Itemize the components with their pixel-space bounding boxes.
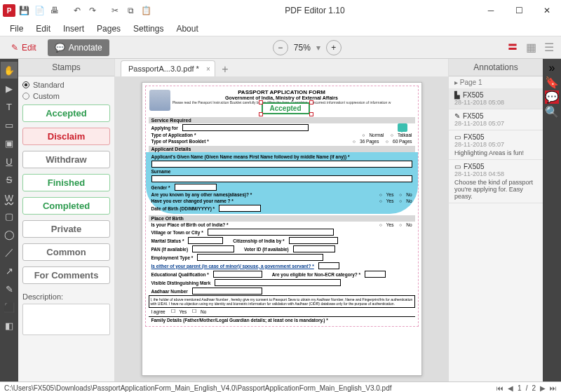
annotation-item[interactable]: ✎FX505 28-11-2018 05:07 xyxy=(449,109,543,130)
view-continuous-icon[interactable]: ☰ xyxy=(541,40,557,55)
close-button[interactable]: ✕ xyxy=(533,0,561,21)
annotation-item[interactable]: ▭FX505 28-11-2018 05:07 Highlighting Are… xyxy=(449,130,543,160)
zoom-chevron-icon[interactable]: ▾ xyxy=(316,43,320,53)
tool-rect-icon[interactable]: ▢ xyxy=(1,208,18,224)
annotations-title: Annotations xyxy=(449,59,543,76)
tool-highlight-icon[interactable]: ⬛ xyxy=(1,299,18,316)
statusbar: C:\Users\FX505\Downloads\PassportApplica… xyxy=(0,381,561,392)
redo-icon[interactable]: ↷ xyxy=(86,4,100,18)
tab-row: PassportA...3.0.pdf * × + xyxy=(115,59,448,76)
menubar: File Edit Insert Pages Settings About xyxy=(0,21,561,36)
right-tool-rail: » 🔖 💬 🔍 xyxy=(543,59,561,381)
stamp-finished[interactable]: Finished xyxy=(22,174,110,191)
stamp-private[interactable]: Private xyxy=(22,220,110,238)
selection-handle[interactable] xyxy=(309,100,313,104)
view-grid-icon[interactable]: ▦ xyxy=(523,40,539,55)
tool-text-icon[interactable]: T xyxy=(1,98,18,115)
open-icon[interactable]: 📄 xyxy=(32,4,46,18)
tool-wavy-icon[interactable]: W xyxy=(1,189,18,206)
menu-edit[interactable]: Edit xyxy=(30,22,56,35)
tool-note-icon[interactable]: ▭ xyxy=(1,116,18,133)
tab-add-icon[interactable]: + xyxy=(218,62,232,76)
document-tab[interactable]: PassportA...3.0.pdf * × xyxy=(121,60,215,76)
radio-custom[interactable]: Custom xyxy=(22,92,110,100)
menu-about[interactable]: About xyxy=(170,22,203,35)
page-first-icon[interactable]: ⏮ xyxy=(496,384,503,392)
r-comments-icon[interactable]: 💬 xyxy=(545,90,559,104)
page-current[interactable]: 1 xyxy=(518,384,522,392)
stamp-disclaim[interactable]: Disclaim xyxy=(22,128,110,145)
selection-handle[interactable] xyxy=(309,112,313,116)
stamps-title: Stamps xyxy=(18,59,114,76)
comment-icon: 💬 xyxy=(55,43,65,53)
mode-edit[interactable]: ✎ Edit xyxy=(4,39,43,56)
left-tool-rail: ✋ ▶ T ▭ ▣ U S W ▢ ◯ ／ ↗ ✎ ⬛ ◧ xyxy=(0,59,18,381)
annotations-panel: Annotations ▸ Page 1 ▙FX505 28-11-2018 0… xyxy=(448,59,543,381)
tool-stamp-icon[interactable]: ▣ xyxy=(1,135,18,151)
emblem-image xyxy=(149,90,170,111)
zoom-out[interactable]: − xyxy=(273,40,288,55)
tool-arrow-icon[interactable]: ↗ xyxy=(1,262,18,279)
r-search-icon[interactable]: 🔍 xyxy=(545,105,559,119)
stamp-glyph-icon: ▙ xyxy=(454,91,460,99)
undo-icon[interactable]: ↶ xyxy=(70,4,84,18)
stamp-withdraw[interactable]: Withdraw xyxy=(22,151,110,168)
stamp-for-comments[interactable]: For Comments xyxy=(22,266,110,284)
menu-insert[interactable]: Insert xyxy=(58,22,90,35)
menu-settings[interactable]: Settings xyxy=(128,22,169,35)
placed-stamp[interactable]: Accepted xyxy=(262,102,310,114)
annotations-page-label[interactable]: ▸ Page 1 xyxy=(449,76,543,88)
document-area: PassportA...3.0.pdf * × + PASSPORT APPLI… xyxy=(115,59,448,381)
page-last-icon[interactable]: ⏭ xyxy=(550,384,557,392)
minimize-button[interactable]: ─ xyxy=(477,0,505,21)
tool-pencil-icon[interactable]: ✎ xyxy=(1,281,18,297)
note-glyph-icon: ▭ xyxy=(454,163,461,170)
annotation-item[interactable]: ▙FX505 28-11-2018 05:08 xyxy=(449,88,543,109)
app-logo: P xyxy=(3,4,15,17)
sticky-note-icon[interactable] xyxy=(398,123,407,132)
tool-circle-icon[interactable]: ◯ xyxy=(1,226,18,243)
tool-strike-icon[interactable]: S xyxy=(1,171,18,188)
tool-underline-icon[interactable]: U xyxy=(1,153,18,170)
r-bookmark-icon[interactable]: 🔖 xyxy=(545,76,559,89)
stamps-panel: Stamps Standard Custom Accepted Disclaim… xyxy=(18,59,115,381)
menu-file[interactable]: File xyxy=(4,22,29,35)
workspace: ✋ ▶ T ▭ ▣ U S W ▢ ◯ ／ ↗ ✎ ⬛ ◧ Stamps Sta… xyxy=(0,59,561,381)
zoom-in[interactable]: + xyxy=(326,40,342,55)
tool-eraser-icon[interactable]: ◧ xyxy=(1,317,18,334)
zoom-value[interactable]: 75% xyxy=(294,43,311,53)
pencil-icon: ✎ xyxy=(11,43,18,53)
copy-icon[interactable]: ⧉ xyxy=(123,4,137,18)
page-total: 2 xyxy=(532,384,536,392)
description-label: Description: xyxy=(22,292,110,301)
save-icon[interactable]: 💾 xyxy=(17,4,31,18)
maximize-button[interactable]: ☐ xyxy=(505,0,533,21)
status-path: C:\Users\FX505\Downloads\PassportApplica… xyxy=(4,384,392,392)
view-single-icon[interactable]: 〓 xyxy=(505,40,520,55)
menu-pages[interactable]: Pages xyxy=(91,22,126,35)
stamp-common[interactable]: Common xyxy=(22,243,110,261)
annotation-item[interactable]: ▭FX505 28-11-2018 04:58 Choose the kind … xyxy=(449,160,543,203)
pdf-page[interactable]: PASSPORT APPLICATION FORM Government of … xyxy=(142,82,422,376)
tool-cursor-icon[interactable]: ▶ xyxy=(1,80,18,97)
paste-icon[interactable]: 📋 xyxy=(139,4,153,18)
tool-hand-icon[interactable]: ✋ xyxy=(1,62,18,79)
page-prev-icon[interactable]: ◀ xyxy=(508,384,513,392)
print-icon[interactable]: 🖶 xyxy=(48,4,62,18)
note-glyph-icon: ▭ xyxy=(454,133,461,141)
highlighted-area[interactable]: Applicant's Given Name (Given Name means… xyxy=(146,152,418,214)
cut-icon[interactable]: ✂ xyxy=(108,4,122,18)
page-next-icon[interactable]: ▶ xyxy=(540,384,546,392)
stamp-completed[interactable]: Completed xyxy=(22,197,110,215)
stamp-accepted[interactable]: Accepted xyxy=(22,104,110,122)
tool-line-icon[interactable]: ／ xyxy=(1,244,18,261)
app-title: PDF Editor 1.10 xyxy=(153,6,477,15)
radio-standard[interactable]: Standard xyxy=(22,81,110,89)
tab-close-icon[interactable]: × xyxy=(206,65,210,73)
mode-annotate[interactable]: 💬 Annotate xyxy=(48,39,109,56)
r-nav-icon[interactable]: » xyxy=(549,62,555,74)
selection-handle[interactable] xyxy=(259,100,263,104)
pencil-glyph-icon: ✎ xyxy=(454,112,460,120)
description-input[interactable] xyxy=(22,304,110,335)
selection-handle[interactable] xyxy=(259,112,263,116)
